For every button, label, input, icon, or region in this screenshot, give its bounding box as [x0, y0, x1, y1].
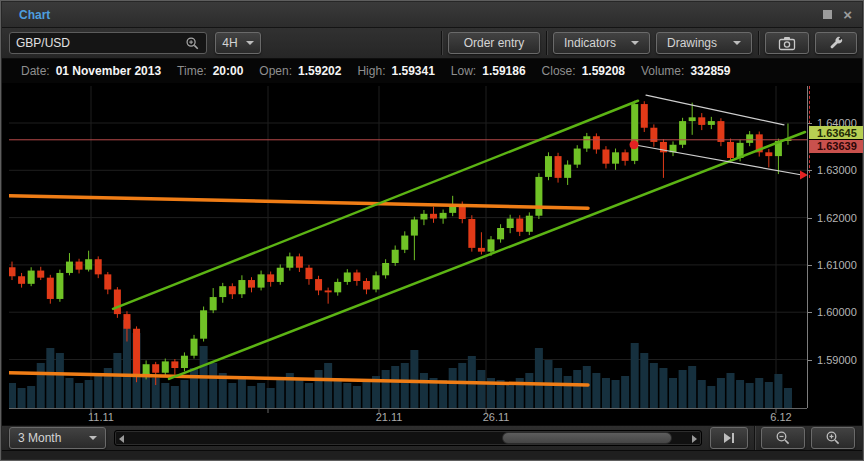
- candle-up: [56, 273, 63, 299]
- candle-down: [229, 286, 236, 294]
- candle-up: [344, 272, 351, 281]
- ask-price-badge: 1.63645: [809, 126, 864, 139]
- price-axis-tick: [808, 218, 812, 219]
- candle-down: [95, 259, 102, 274]
- candle-up: [162, 361, 169, 372]
- drawing-anchor-dot[interactable]: [630, 140, 639, 149]
- wrench-icon: [828, 35, 844, 51]
- candlestick-chart[interactable]: 11.1121.1126.116.12: [9, 86, 807, 425]
- symbol-search-icon[interactable]: [185, 36, 200, 51]
- go-to-end-button[interactable]: [710, 427, 748, 449]
- channel-line-lower-green[interactable]: [169, 132, 805, 379]
- chevron-down-icon: [246, 41, 254, 45]
- window-controls: ×: [823, 10, 852, 19]
- time-label: Time:: [177, 64, 207, 78]
- candle-up: [631, 104, 638, 161]
- candle-down: [305, 268, 312, 279]
- candle-up: [334, 282, 341, 292]
- price-axis-tick: [808, 170, 812, 171]
- scrollbar-thumb[interactable]: [502, 432, 672, 444]
- toolbar-separator: [441, 31, 442, 55]
- price-axis[interactable]: 1.640001.630001.620001.610001.600001.590…: [807, 86, 864, 408]
- range-dropdown[interactable]: 3 Month: [9, 427, 106, 449]
- screenshot-button[interactable]: [765, 32, 809, 54]
- bottom-bar: 3 Month: [2, 425, 862, 450]
- title-bar: Chart ×: [2, 2, 862, 28]
- candle-up: [238, 280, 245, 294]
- zoom-in-button[interactable]: [811, 427, 855, 449]
- drawing-arrow-marker[interactable]: [800, 171, 807, 180]
- candle-down: [133, 329, 140, 375]
- candle-up: [200, 310, 207, 338]
- close-label: Close:: [542, 64, 576, 78]
- candle-up: [488, 239, 495, 251]
- scroll-right-icon[interactable]: [692, 435, 697, 443]
- candle-up: [574, 149, 581, 165]
- scroll-left-icon[interactable]: [119, 435, 124, 443]
- candle-down: [593, 136, 600, 149]
- candle-down: [468, 219, 475, 248]
- price-axis-tick: [808, 360, 812, 361]
- drawings-dropdown[interactable]: Drawings: [656, 32, 752, 54]
- time-axis-label: 21.11: [376, 411, 403, 423]
- candle-up: [689, 117, 696, 121]
- candle-down: [296, 256, 303, 267]
- candle-down: [765, 152, 772, 156]
- candle-down: [325, 290, 332, 292]
- candle-up: [191, 339, 198, 356]
- symbol-input[interactable]: GBP/USD: [9, 32, 207, 54]
- timeframe-value: 4H: [222, 36, 237, 50]
- chart-scrollbar[interactable]: [114, 430, 703, 446]
- timeframe-dropdown[interactable]: 4H: [215, 32, 261, 54]
- candle-up: [708, 121, 715, 125]
- candle-up: [143, 364, 150, 374]
- resistance-line-upper-orange[interactable]: [9, 196, 588, 208]
- candle-up: [181, 356, 188, 368]
- price-axis-label: 1.63000: [817, 164, 857, 176]
- candle-down: [9, 267, 16, 276]
- candle-down: [104, 274, 111, 289]
- price-axis-tick: [808, 265, 812, 266]
- candle-up: [564, 165, 571, 178]
- candle-up: [497, 228, 504, 239]
- high-label: High:: [357, 64, 385, 78]
- wedge-line-upper-white[interactable]: [646, 95, 784, 125]
- candle-up: [507, 219, 514, 228]
- bid-price-badge: 1.63639: [809, 140, 864, 153]
- chart-window: Chart × GBP/USD 4H Order entry: [0, 0, 864, 461]
- volume-bars: [9, 320, 792, 408]
- window-resize-strip[interactable]: [2, 450, 862, 459]
- candle-down: [267, 274, 274, 282]
- candle-down: [37, 271, 44, 278]
- candle-up: [401, 236, 408, 250]
- chart-area[interactable]: 11.1121.1126.116.12 1.640001.630001.6200…: [2, 83, 862, 425]
- settings-button[interactable]: [815, 32, 857, 54]
- date-value: 01 November 2013: [56, 64, 161, 78]
- candle-up: [66, 262, 73, 273]
- candle-down: [123, 314, 130, 329]
- window-maximize-icon[interactable]: [823, 10, 832, 19]
- candle-down: [430, 214, 437, 219]
- candle-down: [717, 121, 724, 142]
- candle-down: [152, 364, 159, 373]
- candle-up: [210, 297, 217, 310]
- volume-label: Volume:: [641, 64, 684, 78]
- candle-up: [382, 263, 389, 275]
- window-close-icon[interactable]: ×: [843, 10, 852, 19]
- candle-up: [392, 250, 399, 263]
- candle-up: [286, 256, 293, 267]
- candle-down: [248, 280, 255, 288]
- low-label: Low:: [451, 64, 476, 78]
- date-label: Date:: [21, 64, 50, 78]
- range-value: 3 Month: [18, 431, 61, 445]
- candle-down: [478, 248, 485, 252]
- indicators-dropdown[interactable]: Indicators: [553, 32, 650, 54]
- bottom-separator: [754, 426, 755, 450]
- price-axis-tick: [808, 312, 812, 313]
- order-entry-button[interactable]: Order entry: [448, 32, 540, 54]
- symbol-value: GBP/USD: [16, 36, 70, 50]
- zoom-out-button[interactable]: [761, 427, 805, 449]
- camera-icon: [778, 36, 796, 51]
- candle-down: [114, 289, 121, 314]
- toolbar: GBP/USD 4H Order entry Indicators Drawin…: [2, 28, 862, 59]
